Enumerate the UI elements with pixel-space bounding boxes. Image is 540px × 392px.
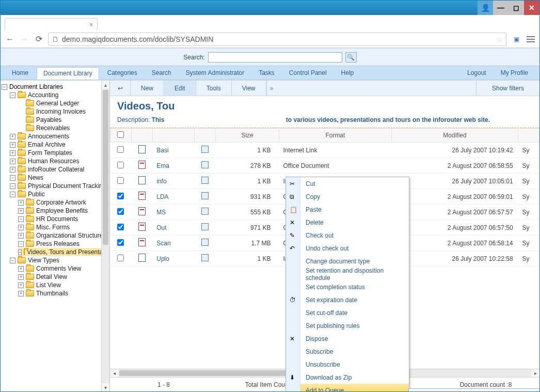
tree-node[interactable]: +Detail View bbox=[18, 273, 109, 281]
tree-pane[interactable]: −Document Libraries−AccountingGeneral Le… bbox=[1, 81, 110, 391]
row-checkbox[interactable] bbox=[117, 146, 124, 153]
row-checkbox[interactable] bbox=[117, 224, 124, 230]
tree-node[interactable]: Incoming Invoices bbox=[18, 107, 109, 116]
download-icon[interactable] bbox=[201, 254, 209, 261]
cell-name[interactable]: Scan bbox=[152, 236, 195, 251]
menu-system-administrator[interactable]: System Administrator bbox=[180, 67, 250, 79]
table-row[interactable]: Basi1 KBInternet Link26 July 2007 10:19:… bbox=[110, 143, 539, 158]
cell-name[interactable]: Out bbox=[152, 220, 195, 236]
tree-expander-icon[interactable]: − bbox=[10, 183, 15, 189]
tree-expander-icon[interactable]: + bbox=[18, 274, 24, 280]
back-button[interactable]: ← bbox=[5, 34, 15, 44]
tree-node[interactable]: +Thumbnails bbox=[18, 289, 109, 297]
tree-root[interactable]: −Document Libraries bbox=[2, 83, 109, 91]
tree-node[interactable]: +infoRouter Collateral bbox=[10, 165, 109, 174]
tree-expander-icon[interactable]: − bbox=[10, 175, 15, 181]
tree-expander-icon[interactable]: − bbox=[18, 241, 24, 247]
context-menu-item[interactable]: Set publishing rules bbox=[286, 319, 409, 332]
context-menu-item[interactable]: Add to Queue bbox=[286, 384, 409, 391]
download-icon[interactable] bbox=[201, 208, 209, 215]
table-row[interactable]: Ema278 KBOffice Document2 August 2007 06… bbox=[110, 158, 539, 174]
menu-categories[interactable]: Categories bbox=[101, 67, 144, 79]
tree-expander-icon[interactable]: + bbox=[18, 200, 24, 206]
row-checkbox[interactable] bbox=[117, 177, 124, 184]
tree-expander-icon[interactable]: − bbox=[18, 216, 24, 222]
menu-search[interactable]: Search bbox=[146, 67, 178, 79]
row-checkbox[interactable] bbox=[117, 162, 124, 168]
context-menu-item[interactable]: ⏱Set expiration date bbox=[286, 293, 409, 306]
row-checkbox[interactable] bbox=[117, 239, 124, 246]
cell-name[interactable]: Ema bbox=[152, 158, 195, 174]
context-menu-item[interactable]: ↶Undo check out bbox=[286, 242, 409, 255]
tree-node[interactable]: −View Types bbox=[10, 256, 109, 264]
cell-name[interactable]: Uplo bbox=[152, 251, 195, 266]
tree-node[interactable]: −Public bbox=[10, 190, 109, 198]
tree-node[interactable]: +Form Templates bbox=[10, 149, 109, 157]
tree-node[interactable]: −News bbox=[10, 174, 109, 182]
forward-button[interactable]: → bbox=[19, 34, 29, 44]
cell-name[interactable]: info bbox=[152, 174, 195, 189]
col-checkbox[interactable] bbox=[110, 129, 132, 143]
tree-expander-icon[interactable]: + bbox=[10, 134, 15, 139]
menu-help[interactable]: Help bbox=[335, 67, 360, 79]
browser-menu-button[interactable] bbox=[526, 36, 535, 42]
tree-node[interactable]: +Employee Benefits bbox=[18, 207, 109, 215]
tree-expander-icon[interactable] bbox=[18, 101, 24, 106]
download-icon[interactable] bbox=[201, 177, 209, 184]
tree-node[interactable]: +Misc. Forms bbox=[18, 223, 109, 231]
toolbar-new[interactable]: New bbox=[131, 81, 164, 96]
tree-node[interactable]: −Accounting bbox=[10, 91, 109, 99]
tree-node[interactable]: Receivables bbox=[18, 124, 109, 132]
row-checkbox[interactable] bbox=[117, 193, 124, 199]
user-button[interactable]: 👤 bbox=[478, 1, 493, 15]
show-filters-button[interactable]: Show filters bbox=[476, 81, 539, 96]
context-menu-item[interactable]: Change document type bbox=[286, 255, 409, 268]
context-menu-item[interactable]: Subscribe bbox=[286, 345, 409, 358]
extension-button[interactable]: ▣ bbox=[511, 34, 522, 45]
context-menu-item[interactable]: ✂Cut bbox=[286, 177, 409, 190]
download-icon[interactable] bbox=[201, 146, 209, 153]
tree-expander-icon[interactable]: + bbox=[18, 208, 24, 214]
cell-name[interactable]: MS bbox=[152, 205, 195, 220]
tree-expander-icon[interactable]: − bbox=[18, 249, 22, 255]
bookmark-star-icon[interactable]: ☆ bbox=[496, 35, 503, 43]
tree-node[interactable]: Payables bbox=[18, 116, 109, 124]
maximize-button[interactable]: ◻ bbox=[509, 1, 524, 15]
tree-expander-icon[interactable] bbox=[18, 126, 24, 131]
context-menu-item[interactable]: ✎Check out bbox=[286, 229, 409, 242]
browser-tab[interactable]: × bbox=[5, 18, 98, 30]
tree-node[interactable]: +Corporate Artwork bbox=[18, 198, 109, 207]
url-input[interactable]: 🗋 demo.magiqdocuments.com/doclib/SYSADMI… bbox=[48, 33, 506, 46]
menu-logout[interactable]: Logout bbox=[461, 67, 493, 79]
reload-button[interactable]: ⟳ bbox=[34, 34, 44, 44]
context-menu-item[interactable]: Unsubscribe bbox=[286, 358, 409, 371]
close-button[interactable]: ✕ bbox=[524, 1, 539, 15]
context-menu-item[interactable]: Set retention and disposition schedule bbox=[286, 268, 409, 280]
search-input[interactable] bbox=[208, 52, 342, 62]
tree-node[interactable]: +Email Archive bbox=[10, 140, 109, 149]
download-icon[interactable] bbox=[201, 161, 209, 168]
context-menu-item[interactable]: ✕Dispose bbox=[286, 332, 409, 345]
tree-expander-icon[interactable]: + bbox=[10, 159, 15, 164]
tree-expander-icon[interactable]: + bbox=[10, 167, 15, 173]
menu-home[interactable]: Home bbox=[6, 67, 35, 79]
tree-expander-icon[interactable] bbox=[18, 109, 24, 115]
tree-expander-icon[interactable]: + bbox=[18, 225, 24, 230]
tree-node[interactable]: −Physical Document Tracking bbox=[10, 182, 109, 190]
tree-node[interactable]: −Press Releases bbox=[18, 240, 109, 248]
toolbar-more-icon[interactable]: » bbox=[266, 81, 277, 96]
context-menu-item[interactable]: Set cut-off date bbox=[286, 306, 409, 319]
toolbar-edit[interactable]: Edit bbox=[164, 81, 196, 96]
tree-expander-icon[interactable]: − bbox=[10, 258, 15, 263]
tab-close-icon[interactable]: × bbox=[89, 21, 93, 28]
tree-expander-icon[interactable]: + bbox=[18, 233, 24, 239]
minimize-button[interactable]: — bbox=[493, 1, 509, 15]
cell-name[interactable]: Basi bbox=[152, 143, 195, 158]
col-name[interactable] bbox=[152, 129, 195, 143]
tree-node[interactable]: −Videos, Tours and Presentations bbox=[18, 248, 109, 256]
tree-expander-icon[interactable]: + bbox=[10, 150, 15, 156]
tree-expander-icon[interactable]: + bbox=[10, 142, 15, 148]
context-menu-item[interactable]: 📋Paste bbox=[286, 203, 409, 216]
tree-node[interactable]: +Organizational Structure bbox=[18, 231, 109, 240]
tree-expander-icon[interactable]: − bbox=[10, 92, 15, 98]
